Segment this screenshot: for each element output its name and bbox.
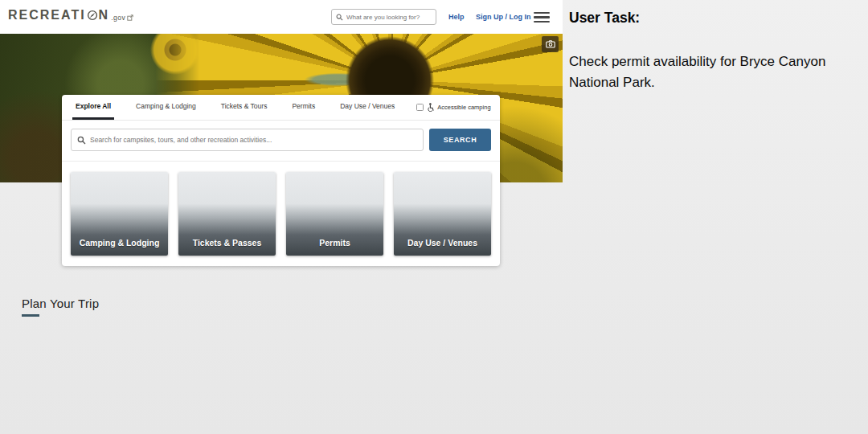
site-search-input[interactable] [90, 136, 423, 144]
explore-tabs: Explore All Camping & Lodging Tickets & … [62, 95, 500, 121]
site-search-box [71, 129, 424, 151]
search-button[interactable]: SEARCH [429, 129, 491, 151]
accessible-camping-label: Accessible camping [437, 104, 490, 111]
external-link-icon [127, 14, 133, 21]
logo-text: RECREATI [8, 8, 86, 23]
signup-login-link[interactable]: Sign Up / Log In [476, 13, 531, 21]
tile-day-use-venues[interactable]: Day Use / Venues [394, 172, 491, 256]
accessible-camping-checkbox[interactable] [416, 104, 424, 111]
user-task-panel: User Task: Check permit availability for… [569, 10, 834, 94]
tile-tickets-passes[interactable]: Tickets & Passes [178, 172, 276, 256]
tile-label: Permits [311, 237, 358, 256]
plan-your-trip-heading: Plan Your Trip [22, 297, 99, 310]
logo-text-end: N [99, 8, 110, 23]
camera-icon [546, 40, 555, 48]
user-task-description: Check permit availability for Bryce Cany… [569, 51, 834, 94]
tile-camping-lodging[interactable]: Camping & Lodging [71, 172, 168, 256]
hamburger-menu-icon[interactable] [534, 12, 550, 23]
site-search-row: SEARCH [62, 121, 500, 162]
logo-suffix: .gov [111, 14, 125, 22]
explore-search-card: Explore All Camping & Lodging Tickets & … [62, 95, 500, 266]
tab-permits[interactable]: Permits [289, 95, 318, 120]
tab-tickets-tours[interactable]: Tickets & Tours [218, 95, 271, 120]
screenshot-stage: RECREATI N .gov [0, 0, 868, 434]
tile-label: Day Use / Venues [399, 237, 485, 256]
site-header: RECREATI N .gov [0, 0, 563, 34]
hero-photo-credit-button[interactable] [542, 36, 559, 52]
heading-underline [22, 314, 39, 317]
search-icon [336, 14, 343, 21]
tile-label: Tickets & Passes [185, 237, 270, 256]
recreation-gov-site: RECREATI N .gov [0, 0, 563, 434]
search-icon [77, 136, 86, 145]
wheelchair-icon [427, 103, 434, 112]
accessible-camping-filter: Accessible camping [416, 95, 490, 120]
recreation-gov-logo[interactable]: RECREATI N .gov [8, 8, 133, 23]
user-task-title: User Task: [569, 10, 834, 27]
plan-your-trip-section: Plan Your Trip [22, 297, 99, 317]
compass-icon [87, 10, 98, 21]
category-tiles: Camping & Lodging Tickets & Passes Permi… [62, 162, 500, 256]
help-link[interactable]: Help [448, 13, 465, 21]
header-search-box [331, 9, 436, 25]
header-search-input[interactable] [346, 14, 427, 21]
tab-day-use-venues[interactable]: Day Use / Venues [337, 95, 398, 120]
tab-explore-all[interactable]: Explore All [72, 95, 114, 120]
tile-label: Camping & Lodging [72, 237, 168, 256]
tab-camping-lodging[interactable]: Camping & Lodging [133, 95, 199, 120]
tile-permits[interactable]: Permits [286, 172, 383, 256]
